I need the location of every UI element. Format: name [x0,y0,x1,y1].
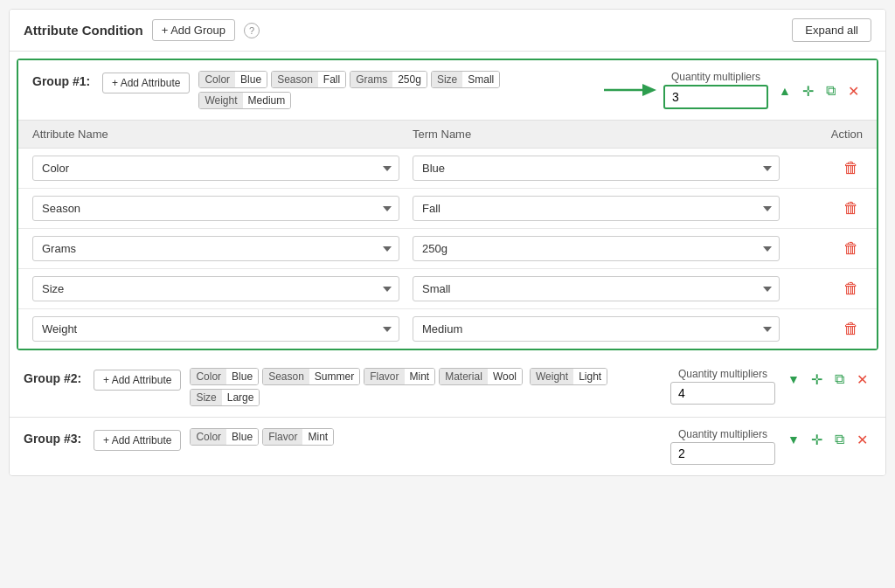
group1-table: Attribute Name Term Name Action Color Bl… [18,120,877,349]
col-action: Action [793,128,863,141]
group2-add-attribute-button[interactable]: + Add Attribute [94,370,181,391]
arrow-annotation [604,77,656,103]
group3-qty-row [670,442,775,465]
table-row: Weight Medium 🗑 [18,309,877,349]
group2-qty-box: Quantity multipliers [670,368,775,405]
table-header: Attribute Name Term Name Action [18,120,877,149]
term-select-4[interactable]: Medium [413,316,780,342]
delete-row-3[interactable]: 🗑 [793,280,863,298]
tag-g2-flavor: Flavor Mint [364,368,435,385]
attribute-select-2[interactable]: Grams [32,236,399,261]
attribute-select-3[interactable]: Size [32,276,399,301]
attribute-cell: Grams [32,236,413,261]
group1-actions: ▲ ✛ ⧉ ✕ [775,81,863,100]
group3-tag-area: Color Blue Flavor Mint [190,428,662,446]
term-cell: 250g [413,236,793,261]
page-title: Attribute Condition [24,23,143,38]
attribute-condition-panel: Attribute Condition + Add Group ? Expand… [9,9,886,476]
add-group-button[interactable]: + Add Group [152,19,235,41]
term-select-1[interactable]: Fall [413,196,780,221]
move-down-icon-g2[interactable]: ▼ [784,370,803,389]
attribute-cell: Size [32,276,413,301]
tag-g2-size: Size Large [190,389,260,406]
delete-row-2[interactable]: 🗑 [793,239,863,258]
group1-qty-row [663,85,768,109]
tag-season: Season Fall [271,71,346,88]
tag-grams: Grams 250g [350,71,427,88]
attribute-select-0[interactable]: Color [32,156,399,181]
attribute-select-1[interactable]: Season [32,196,399,221]
group2-delete-icon[interactable]: ✕ [852,370,871,389]
tag-g3-color: Color Blue [190,428,259,446]
delete-row-1[interactable]: 🗑 [793,199,863,218]
table-row: Size Small 🗑 [18,269,877,309]
group1-add-attribute-button[interactable]: + Add Attribute [102,73,190,93]
attribute-cell: Color [32,156,413,181]
group3-header: Group #3: + Add Attribute Color Blue Fla… [10,418,885,475]
page-header: Attribute Condition + Add Group ? Expand… [10,10,885,52]
group3-qty-input[interactable] [670,442,775,465]
term-cell: Fall [413,196,793,221]
group2-qty-label: Quantity multipliers [670,368,775,380]
move-icon-g3[interactable]: ✛ [807,430,826,449]
table-row: Season Fall 🗑 [18,189,877,229]
attribute-cell: Season [32,196,413,221]
tag-g2-color: Color Blue [190,368,259,385]
tag-g3-flavor: Flavor Mint [262,428,334,446]
tag-g2-material: Material Wool [439,368,523,385]
group1-delete-icon[interactable]: ✕ [843,81,863,100]
move-up-icon[interactable]: ▲ [775,81,794,100]
group2-qty-row [670,382,775,405]
tag-weight: Weight Medium [198,92,291,109]
group1-label: Group #1: [32,71,94,88]
term-cell: Small [413,276,793,301]
attribute-cell: Weight [32,316,413,342]
term-cell: Blue [413,156,793,181]
help-icon[interactable]: ? [244,23,260,38]
term-select-2[interactable]: 250g [413,236,780,261]
col-attribute-name: Attribute Name [32,128,413,141]
table-row: Color Blue 🗑 [18,149,877,189]
group3-actions: ▼ ✛ ⧉ ✕ [784,430,871,449]
expand-all-button[interactable]: Expand all [792,18,871,42]
copy-icon[interactable]: ⧉ [821,81,840,100]
col-term-name: Term Name [413,128,793,141]
group3-delete-icon[interactable]: ✕ [852,430,871,449]
move-icon[interactable]: ✛ [798,81,817,100]
move-icon-g2[interactable]: ✛ [807,370,826,389]
group2-qty-input[interactable] [670,382,775,405]
tag-g2-weight: Weight Light [530,368,607,385]
group3-qty-box: Quantity multipliers [670,428,775,465]
term-select-0[interactable]: Blue [413,156,780,181]
group3-add-attribute-button[interactable]: + Add Attribute [94,430,181,451]
tag-color: Color Blue [198,71,267,88]
table-row: Grams 250g 🗑 [18,229,877,269]
group2-header: Group #2: + Add Attribute Color Blue Sea… [10,357,885,417]
group1-qty-input[interactable] [663,85,768,109]
group1-qty-area: Quantity multipliers ▲ ✛ ⧉ ✕ [604,71,863,109]
group2-actions: ▼ ✛ ⧉ ✕ [784,370,871,389]
delete-row-4[interactable]: 🗑 [793,320,863,338]
group3-label: Group #3: [24,428,85,446]
group2-tag-area: Color Blue Season Summer Flavor Mint Mat… [190,368,662,406]
group3-qty-label: Quantity multipliers [670,428,775,440]
group1-tag-area: Color Blue Season Fall Grams 250g Size S… [198,71,595,109]
tag-g2-season: Season Summer [262,368,360,385]
term-select-3[interactable]: Small [413,276,780,301]
group2-label: Group #2: [24,368,85,385]
attribute-select-4[interactable]: Weight [32,316,399,342]
tag-size: Size Small [431,71,500,88]
group1-section: Group #1: + Add Attribute Color Blue Sea… [17,59,878,350]
delete-row-0[interactable]: 🗑 [793,159,863,177]
svg-marker-1 [642,84,656,96]
group3-section: Group #3: + Add Attribute Color Blue Fla… [10,418,885,475]
group1-header: Group #1: + Add Attribute Color Blue Sea… [18,60,877,120]
move-down-icon-g3[interactable]: ▼ [784,430,803,449]
group1-qty-label: Quantity multipliers [663,71,768,83]
header-left: Attribute Condition + Add Group ? [24,19,260,41]
group2-section: Group #2: + Add Attribute Color Blue Sea… [10,357,885,418]
group1-qty-box: Quantity multipliers [663,71,768,109]
group1-container: Group #1: + Add Attribute Color Blue Sea… [17,59,878,350]
copy-icon-g2[interactable]: ⧉ [829,370,849,389]
copy-icon-g3[interactable]: ⧉ [829,430,849,449]
